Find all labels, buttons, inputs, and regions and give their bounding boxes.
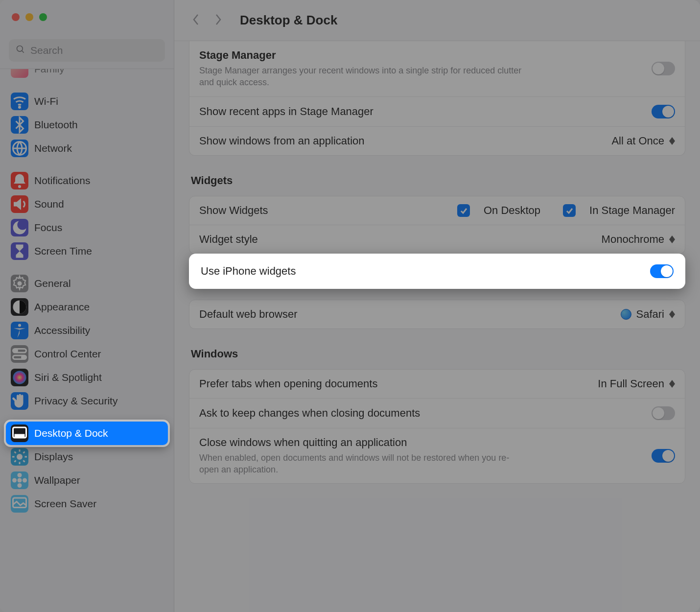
stage-manager-group: Stage Manager Stage Manager arranges you… (189, 41, 685, 156)
windows-section-title: Windows (191, 348, 683, 360)
show-widgets-label: Show Widgets (199, 204, 268, 217)
sidebar-item-label: Screen Saver (34, 498, 96, 510)
stepper-icon (669, 137, 675, 145)
sidebar-item-label: Accessibility (34, 325, 90, 336)
sidebar-item-label: Siri & Spotlight (34, 372, 102, 383)
sidebar-item-focus[interactable]: Focus (6, 216, 168, 239)
sidebar-item-appearance[interactable]: Appearance (6, 295, 168, 319)
close-windows-label: Close windows when quitting an applicati… (199, 436, 643, 449)
sidebar-item-displays[interactable]: Displays (6, 445, 168, 469)
sidebar-item-wi-fi[interactable]: Wi-Fi (6, 90, 168, 113)
svg-line-20 (15, 452, 16, 453)
svg-point-15 (17, 454, 23, 460)
hand-icon (11, 392, 28, 410)
recent-apps-toggle[interactable] (652, 105, 675, 118)
prefer-tabs-popup[interactable]: In Full Screen (598, 377, 675, 390)
search-input[interactable] (30, 45, 158, 56)
sidebar-item-label: General (34, 278, 71, 289)
recent-apps-row: Show recent apps in Stage Manager (189, 96, 685, 126)
sidebar-item-notifications[interactable]: Notifications (6, 169, 168, 192)
maximize-button[interactable] (39, 13, 47, 21)
sidebar-item-sound[interactable]: Sound (6, 192, 168, 216)
window-controls (0, 0, 174, 34)
svg-point-27 (12, 478, 17, 483)
svg-marker-32 (669, 235, 675, 239)
sidebar-item-privacy-security[interactable]: Privacy & Security (6, 389, 168, 413)
svg-rect-14 (15, 435, 24, 437)
sidebar-item-screen-saver[interactable]: Screen Saver (6, 492, 168, 516)
widgets-group: Show Widgets On Desktop In Stage Manager… (189, 196, 685, 254)
sidebar-item-label: Notifications (34, 175, 90, 187)
close-button[interactable] (12, 13, 20, 21)
moon-icon (11, 219, 28, 236)
sidebar-item-network[interactable]: Network (6, 137, 168, 160)
iphone-widgets-row: Use iPhone widgets (189, 254, 685, 289)
svg-marker-34 (669, 310, 675, 314)
svg-line-22 (15, 461, 16, 462)
sidebar-item-bluetooth[interactable]: Bluetooth (6, 113, 168, 137)
sidebar-item-screen-time[interactable]: Screen Time (6, 239, 168, 263)
bell-icon (11, 172, 28, 189)
show-windows-value: All at Once (611, 135, 664, 147)
sidebar-item-accessibility[interactable]: Accessibility (6, 319, 168, 342)
default-browser-popup[interactable]: Safari (621, 308, 675, 321)
in-stage-checkbox[interactable] (563, 204, 576, 217)
minimize-button[interactable] (25, 13, 33, 21)
sun-icon (11, 448, 28, 466)
svg-point-25 (18, 473, 22, 477)
contrast-icon (11, 298, 28, 316)
svg-point-24 (18, 478, 22, 483)
svg-line-1 (22, 51, 24, 53)
iphone-widgets-toggle[interactable] (650, 264, 674, 278)
svg-line-21 (23, 461, 25, 462)
widget-style-value: Monochrome (602, 233, 664, 246)
svg-marker-33 (669, 239, 675, 243)
browser-group: Default web browser Safari (189, 300, 685, 329)
sidebar-item-label: Wi-Fi (34, 95, 58, 107)
widget-style-row: Widget style Monochrome (189, 225, 685, 254)
sidebar-item-family[interactable]: Family (6, 69, 168, 81)
accessibility-icon (11, 322, 28, 339)
header: Desktop & Dock (174, 0, 700, 41)
safari-icon (621, 309, 631, 320)
sidebar-item-label: Screen Time (34, 245, 92, 257)
globe-icon (11, 140, 28, 157)
flower-icon (11, 471, 28, 489)
svg-marker-37 (669, 384, 675, 388)
svg-point-9 (15, 349, 18, 352)
ask-changes-toggle[interactable] (652, 406, 675, 420)
ask-changes-row: Ask to keep changes when closing documen… (189, 398, 685, 428)
search-field[interactable] (9, 39, 165, 62)
stepper-icon (669, 235, 675, 243)
sidebar-item-label: Appearance (34, 301, 90, 313)
gear-icon (11, 275, 28, 292)
wifi-icon (11, 93, 28, 110)
sidebar-item-control-center[interactable]: Control Center (6, 342, 168, 366)
show-widgets-row: Show Widgets On Desktop In Stage Manager (189, 196, 685, 225)
back-button[interactable] (189, 13, 203, 28)
sidebar-item-desktop-dock[interactable]: Desktop & Dock (6, 422, 168, 445)
close-windows-row: Close windows when quitting an applicati… (189, 428, 685, 484)
svg-point-12 (13, 371, 26, 384)
close-windows-toggle[interactable] (652, 449, 675, 463)
screensaver-icon (11, 495, 28, 513)
sidebar-item-label: Bluetooth (34, 119, 78, 131)
svg-line-23 (23, 452, 25, 453)
switches-icon (11, 345, 28, 363)
sidebar-item-label: Wallpaper (34, 474, 80, 486)
svg-point-11 (22, 356, 25, 359)
recent-apps-label: Show recent apps in Stage Manager (199, 105, 643, 118)
widgets-section-title: Widgets (191, 174, 683, 187)
forward-button[interactable] (211, 13, 225, 28)
sidebar: FamilyWi-FiBluetoothNetworkNotifications… (0, 0, 174, 612)
svg-marker-31 (669, 141, 675, 145)
widget-style-popup[interactable]: Monochrome (602, 233, 675, 246)
default-browser-label: Default web browser (199, 308, 612, 321)
on-desktop-label: On Desktop (484, 204, 540, 217)
show-windows-popup[interactable]: All at Once (611, 135, 675, 147)
on-desktop-checkbox[interactable] (457, 204, 470, 217)
stage-manager-toggle[interactable] (652, 62, 675, 75)
sidebar-item-general[interactable]: General (6, 272, 168, 295)
sidebar-item-wallpaper[interactable]: Wallpaper (6, 469, 168, 492)
sidebar-item-siri-spotlight[interactable]: Siri & Spotlight (6, 366, 168, 389)
